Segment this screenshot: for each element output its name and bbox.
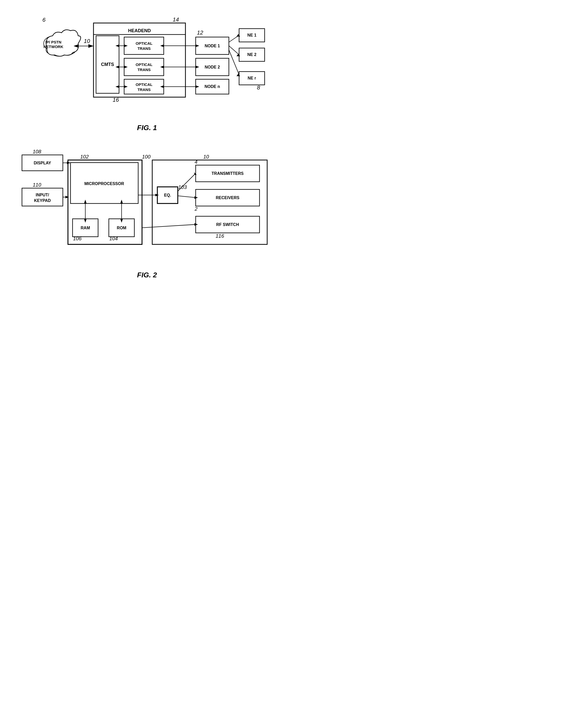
fig1-caption: FIG. 1 <box>137 124 157 132</box>
fig1-diagram: 6 IP/ PSTN NETWORK 10 <box>17 10 277 118</box>
cmts-label: CMTS <box>101 62 114 67</box>
node1-label: NODE 1 <box>205 44 220 48</box>
ram-label: RAM <box>80 226 90 230</box>
micro-num: 102 <box>80 154 89 160</box>
optical-trans-label-1-line1: OPTICAL <box>136 41 152 46</box>
optical-trans-label-3-line1: OPTICAL <box>136 82 152 86</box>
noden-label: NODE n <box>204 84 220 89</box>
optical-trans-label-2-line1: OPTICAL <box>136 62 152 67</box>
optical-trans-box-2 <box>124 58 164 76</box>
receivers-label: RECEIVERS <box>215 195 239 200</box>
optical-trans-label-3-line2: TRANS <box>137 87 151 92</box>
cloud-line1: IP/ PSTN <box>45 40 61 44</box>
transmitters-num: 4 <box>195 159 197 165</box>
ram-num: 106 <box>73 236 82 241</box>
optical-trans-label-1-line2: TRANS <box>137 46 151 51</box>
optical-trans-box-3 <box>124 79 164 94</box>
ne1-label: NE 1 <box>247 33 256 37</box>
ne2-label: NE 2 <box>247 52 256 57</box>
transmitters-label: TRANSMITTERS <box>211 171 244 176</box>
footer-num: 16 <box>113 97 119 103</box>
display-label: DISPLAY <box>34 161 51 165</box>
fig2-diagram: DISPLAY 108 INPUT/ KEYPAD 110 102 MICROP… <box>17 147 277 265</box>
ne-num: 8 <box>257 84 260 91</box>
cloud-num: 6 <box>43 17 46 23</box>
optical-trans-box-1 <box>124 37 164 54</box>
headend-title: HEADEND <box>128 28 151 33</box>
input-label-line2: KEYPAD <box>34 198 51 203</box>
input-label-line1: INPUT/ <box>36 193 49 197</box>
fig2-wrapper: DISPLAY 108 INPUT/ KEYPAD 110 102 MICROP… <box>15 147 279 279</box>
rom-label: ROM <box>117 226 126 230</box>
display-num: 108 <box>33 149 41 155</box>
optical-trans-label-2-line2: TRANS <box>137 67 151 72</box>
fig2-caption: FIG. 2 <box>137 271 157 279</box>
input-keypad-box <box>22 188 63 206</box>
outer-box-num: 10 <box>203 154 209 160</box>
rf-switch-label: RF SWITCH <box>216 222 239 227</box>
eq-label: EQ. <box>164 193 171 197</box>
node2-label: NODE 2 <box>205 65 220 69</box>
microprocessor-label: MICROPROCESSOR <box>84 181 124 186</box>
outer-num: 100 <box>142 154 150 160</box>
rom-num: 104 <box>109 236 118 241</box>
node1-num: 12 <box>197 30 203 36</box>
receivers-num: 2 <box>194 206 197 212</box>
cloud-line2: NETWORK <box>44 45 63 49</box>
fig1-wrapper: 6 IP/ PSTN NETWORK 10 <box>15 10 279 132</box>
input-num: 110 <box>33 182 41 188</box>
headend-num: 14 <box>173 16 179 23</box>
ner-label: NE r <box>248 76 256 80</box>
cmts-num: 10 <box>84 38 90 44</box>
rf-switch-num: 116 <box>215 233 224 239</box>
figures-container: 6 IP/ PSTN NETWORK 10 <box>15 10 279 279</box>
